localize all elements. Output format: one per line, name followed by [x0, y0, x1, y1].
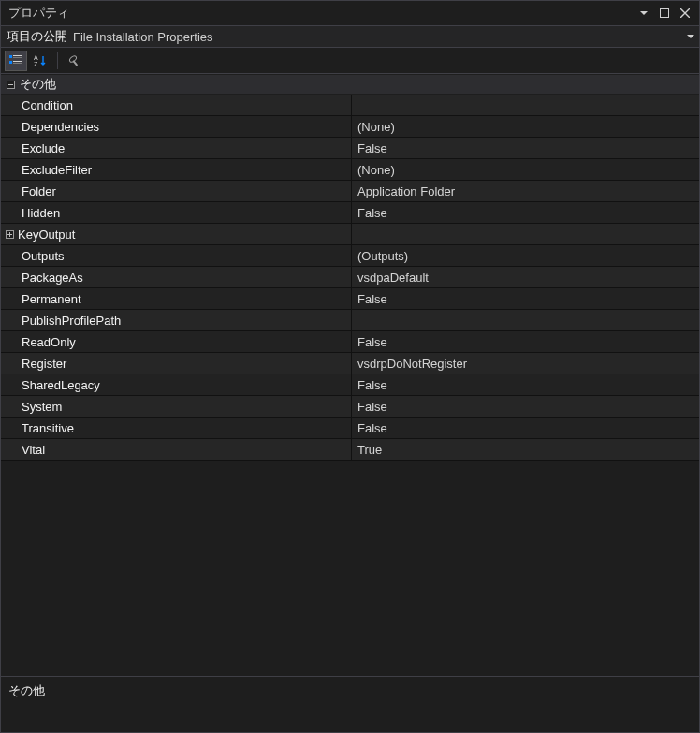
property-row[interactable]: SystemFalse [1, 396, 699, 418]
property-name: Condition [18, 95, 352, 115]
property-row[interactable]: HiddenFalse [1, 202, 699, 224]
property-gutter [1, 439, 18, 460]
description-title: その他 [8, 682, 692, 699]
property-name: Exclude [18, 138, 352, 158]
property-value[interactable] [352, 310, 699, 330]
property-row[interactable]: PackageAsvsdpaDefault [1, 267, 699, 288]
categorized-view-button[interactable] [5, 51, 27, 71]
category-row[interactable]: その他 [1, 74, 699, 95]
expand-icon[interactable] [3, 227, 16, 242]
window-menu-button[interactable] [634, 5, 654, 22]
category-label: その他 [20, 76, 56, 93]
property-name: System [18, 396, 352, 417]
titlebar-controls [634, 5, 695, 22]
svg-text:Z: Z [34, 61, 38, 67]
property-row[interactable]: SharedLegacyFalse [1, 374, 699, 396]
property-grid[interactable]: その他ConditionDependencies(None)ExcludeFal… [1, 74, 699, 676]
property-row[interactable]: PermanentFalse [1, 288, 699, 310]
property-gutter [1, 95, 18, 115]
close-button[interactable] [675, 5, 695, 22]
svg-rect-10 [72, 60, 78, 66]
property-gutter [1, 202, 18, 223]
object-selector[interactable]: 項目の公開 File Installation Properties [1, 25, 699, 48]
property-row[interactable]: PublishProfilePath [1, 310, 699, 331]
property-gutter [1, 245, 18, 266]
property-value[interactable]: (None) [352, 159, 699, 180]
property-row[interactable]: Dependencies(None) [1, 116, 699, 138]
property-gutter [1, 418, 18, 438]
property-row[interactable]: TransitiveFalse [1, 418, 699, 439]
property-name: PackageAs [18, 267, 352, 287]
svg-rect-0 [661, 9, 669, 18]
property-value[interactable]: (None) [352, 116, 699, 137]
property-value[interactable] [352, 224, 699, 244]
property-value[interactable]: False [352, 138, 699, 158]
svg-rect-3 [13, 57, 22, 58]
property-row[interactable]: VitalTrue [1, 439, 699, 461]
property-name: ExcludeFilter [18, 159, 352, 180]
property-name: KeyOutput [18, 224, 352, 244]
property-name: Hidden [18, 202, 352, 223]
property-name: SharedLegacy [18, 374, 352, 395]
titlebar: プロパティ [1, 1, 699, 25]
property-row[interactable]: Outputs(Outputs) [1, 245, 699, 267]
property-gutter [1, 181, 18, 201]
object-type: File Installation Properties [67, 30, 213, 44]
property-value[interactable]: True [352, 439, 699, 460]
property-gutter [1, 331, 18, 352]
property-gutter [1, 224, 18, 244]
property-name: PublishProfilePath [18, 310, 352, 330]
property-row[interactable]: RegistervsdrpDoNotRegister [1, 353, 699, 374]
svg-rect-1 [9, 55, 12, 58]
property-gutter [1, 374, 18, 395]
property-gutter [1, 267, 18, 287]
maximize-button[interactable] [654, 5, 675, 22]
object-dropdown[interactable] [682, 35, 699, 38]
property-value[interactable]: False [352, 331, 699, 352]
property-row[interactable]: Condition [1, 95, 699, 116]
property-gutter [1, 288, 18, 309]
property-value[interactable]: vsdrpDoNotRegister [352, 353, 699, 374]
property-value[interactable]: False [352, 374, 699, 395]
property-row[interactable]: ReadOnlyFalse [1, 331, 699, 353]
property-row[interactable]: FolderApplication Folder [1, 181, 699, 202]
toolbar-separator [57, 52, 58, 69]
property-pages-button[interactable] [64, 51, 86, 71]
property-name: Folder [18, 181, 352, 201]
property-gutter [1, 159, 18, 180]
alphabetical-view-button[interactable]: A Z [29, 51, 51, 71]
property-gutter [1, 116, 18, 137]
property-name: Vital [18, 439, 352, 460]
property-row[interactable]: ExcludeFalse [1, 138, 699, 159]
property-name: Dependencies [18, 116, 352, 137]
collapse-icon[interactable] [3, 77, 18, 92]
property-value[interactable]: False [352, 396, 699, 417]
property-name: Permanent [18, 288, 352, 309]
svg-rect-2 [13, 55, 22, 56]
property-row[interactable]: ExcludeFilter(None) [1, 159, 699, 181]
property-name: Transitive [18, 418, 352, 438]
property-value[interactable]: Application Folder [352, 181, 699, 201]
property-value[interactable]: False [352, 418, 699, 438]
property-gutter [1, 310, 18, 330]
object-name: 項目の公開 [1, 28, 67, 45]
svg-rect-4 [9, 61, 12, 64]
property-gutter [1, 138, 18, 158]
property-gutter [1, 353, 18, 374]
property-value[interactable]: (Outputs) [352, 245, 699, 266]
property-value[interactable]: False [352, 202, 699, 223]
property-toolbar: A Z [1, 48, 699, 74]
property-value[interactable]: False [352, 288, 699, 309]
svg-rect-5 [13, 61, 22, 62]
property-gutter [1, 396, 18, 417]
panel-title: プロパティ [5, 5, 634, 22]
property-row[interactable]: KeyOutput [1, 224, 699, 245]
property-name: Register [18, 353, 352, 374]
property-name: Outputs [18, 245, 352, 266]
svg-rect-6 [13, 63, 22, 64]
property-name: ReadOnly [18, 331, 352, 352]
description-pane: その他 [1, 676, 699, 732]
property-value[interactable]: vsdpaDefault [352, 267, 699, 287]
svg-text:A: A [34, 54, 38, 61]
property-value[interactable] [352, 95, 699, 115]
